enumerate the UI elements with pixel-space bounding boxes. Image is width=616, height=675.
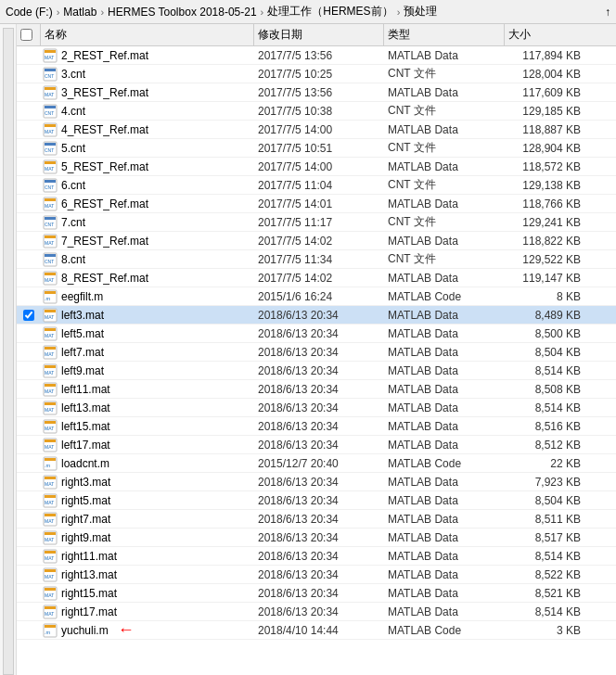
table-row[interactable]: MAT left17.mat 2018/6/13 20:34 MATLAB Da… — [17, 436, 616, 454]
row-checkbox[interactable] — [23, 310, 34, 321]
breadcrumb-hermes[interactable]: HERMES Toolbox 2018-05-21 — [108, 6, 257, 19]
table-row[interactable]: MAT left11.mat 2018/6/13 20:34 MATLAB Da… — [17, 380, 616, 399]
file-size: 8,522 KB — [505, 568, 588, 581]
breadcrumb-code[interactable]: Code (F:) — [6, 6, 53, 19]
file-name[interactable]: MAT left7.mat — [41, 345, 254, 360]
table-row[interactable]: MAT right5.mat 2018/6/13 20:34 MATLAB Da… — [17, 491, 616, 510]
file-name[interactable]: MAT 3_REST_Ref.mat — [41, 85, 254, 100]
file-name[interactable]: MAT right7.mat — [41, 512, 254, 527]
col-type[interactable]: 类型 — [384, 24, 505, 45]
col-size[interactable]: 大小 — [505, 24, 588, 45]
table-row[interactable]: .m loadcnt.m 2015/12/7 20:40 MATLAB Code… — [17, 454, 616, 473]
file-type: MATLAB Data — [384, 327, 505, 340]
table-row[interactable]: MAT 3_REST_Ref.mat 2017/7/5 13:56 MATLAB… — [17, 83, 616, 102]
table-row[interactable]: MAT 8_REST_Ref.mat 2017/7/5 14:02 MATLAB… — [17, 269, 616, 287]
file-name[interactable]: MAT left9.mat — [41, 363, 254, 378]
file-name[interactable]: MAT right11.mat — [41, 549, 254, 564]
table-row[interactable]: MAT 4_REST_Ref.mat 2017/7/5 14:00 MATLAB… — [17, 121, 616, 139]
file-name[interactable]: MAT right13.mat — [41, 567, 254, 582]
file-name[interactable]: MAT right9.mat — [41, 530, 254, 545]
file-name[interactable]: MAT left11.mat — [41, 382, 254, 397]
file-type: MATLAB Data — [384, 160, 505, 173]
breadcrumb-matlab[interactable]: Matlab — [63, 6, 96, 19]
file-rows[interactable]: MAT 2_REST_Ref.mat 2017/7/5 13:56 MATLAB… — [17, 46, 616, 675]
svg-rect-49 — [45, 347, 56, 350]
file-name[interactable]: .m yuchuli.m← — [41, 620, 254, 640]
file-name[interactable]: CNT 7.cnt — [41, 215, 254, 230]
table-row[interactable]: MAT 6_REST_Ref.mat 2017/7/5 14:01 MATLAB… — [17, 195, 616, 213]
file-size: 118,822 KB — [505, 235, 588, 248]
table-row[interactable]: CNT 5.cnt 2017/7/5 10:51 CNT 文件 128,904 … — [17, 139, 616, 158]
file-type: CNT 文件 — [384, 214, 505, 230]
file-name[interactable]: MAT left17.mat — [41, 438, 254, 452]
file-type: MATLAB Data — [384, 401, 505, 414]
col-date[interactable]: 修改日期 — [254, 24, 384, 45]
file-name[interactable]: CNT 6.cnt — [41, 178, 254, 193]
file-name[interactable]: MAT right3.mat — [41, 475, 254, 490]
table-row[interactable]: MAT left9.mat 2018/6/13 20:34 MATLAB Dat… — [17, 362, 616, 380]
mat-icon: MAT — [43, 475, 58, 490]
file-name[interactable]: MAT left3.mat — [41, 308, 254, 323]
table-row[interactable]: CNT 4.cnt 2017/7/5 10:38 CNT 文件 129,185 … — [17, 102, 616, 121]
file-name-text: left17.mat — [61, 439, 110, 452]
breadcrumb-process[interactable]: 处理工作（HERMES前） — [267, 4, 392, 19]
file-name[interactable]: CNT 4.cnt — [41, 104, 254, 119]
table-row[interactable]: MAT right15.mat 2018/6/13 20:34 MATLAB D… — [17, 584, 616, 603]
file-size: 8,514 KB — [505, 364, 588, 377]
file-name[interactable]: MAT left15.mat — [41, 419, 254, 434]
file-name[interactable]: CNT 8.cnt — [41, 252, 254, 267]
table-row[interactable]: CNT 8.cnt 2017/7/5 11:34 CNT 文件 129,522 … — [17, 250, 616, 269]
file-name[interactable]: MAT 5_REST_Ref.mat — [41, 159, 254, 174]
svg-text:.m: .m — [45, 296, 51, 301]
file-name[interactable]: .m loadcnt.m — [41, 456, 254, 471]
file-name[interactable]: MAT right5.mat — [41, 493, 254, 508]
mat-icon: MAT — [43, 345, 58, 360]
svg-text:MAT: MAT — [45, 314, 54, 320]
table-row[interactable]: MAT right13.mat 2018/6/13 20:34 MATLAB D… — [17, 566, 616, 584]
table-row[interactable]: MAT right9.mat 2018/6/13 20:34 MATLAB Da… — [17, 529, 616, 547]
file-name[interactable]: CNT 3.cnt — [41, 67, 254, 82]
file-date: 2018/6/13 20:34 — [254, 327, 384, 340]
file-name[interactable]: MAT left13.mat — [41, 401, 254, 415]
table-row[interactable]: MAT left7.mat 2018/6/13 20:34 MATLAB Dat… — [17, 343, 616, 362]
file-name[interactable]: CNT 5.cnt — [41, 141, 254, 156]
table-row[interactable]: MAT 2_REST_Ref.mat 2017/7/5 13:56 MATLAB… — [17, 46, 616, 65]
file-name-text: 4.cnt — [61, 105, 85, 118]
table-row[interactable]: MAT right11.mat 2018/6/13 20:34 MATLAB D… — [17, 547, 616, 566]
table-row[interactable]: MAT left13.mat 2018/6/13 20:34 MATLAB Da… — [17, 399, 616, 417]
file-name[interactable]: MAT 2_REST_Ref.mat — [41, 48, 254, 63]
table-row[interactable]: .m eegfilt.m 2015/1/6 16:24 MATLAB Code … — [17, 287, 616, 306]
file-name[interactable]: MAT 8_REST_Ref.mat — [41, 271, 254, 286]
table-row[interactable]: MAT 7_REST_Ref.mat 2017/7/5 14:02 MATLAB… — [17, 232, 616, 250]
table-row[interactable]: MAT left15.mat 2018/6/13 20:34 MATLAB Da… — [17, 417, 616, 436]
table-row[interactable]: CNT 6.cnt 2017/7/5 11:04 CNT 文件 129,138 … — [17, 176, 616, 195]
col-name[interactable]: 名称 — [41, 24, 254, 45]
file-name[interactable]: MAT 6_REST_Ref.mat — [41, 197, 254, 211]
file-date: 2018/6/13 20:34 — [254, 605, 384, 618]
svg-text:.m: .m — [45, 630, 51, 635]
svg-rect-1 — [45, 50, 56, 53]
sidebar-scrollbar[interactable] — [3, 28, 14, 675]
file-size: 22 KB — [505, 457, 588, 470]
file-name[interactable]: .m eegfilt.m — [41, 289, 254, 304]
mat-icon: MAT — [43, 530, 58, 545]
table-row[interactable]: MAT left5.mat 2018/6/13 20:34 MATLAB Dat… — [17, 325, 616, 343]
table-row[interactable]: CNT 7.cnt 2017/7/5 11:17 CNT 文件 129,241 … — [17, 213, 616, 232]
select-all-checkbox[interactable] — [20, 29, 32, 41]
file-name[interactable]: MAT right15.mat — [41, 586, 254, 601]
file-name[interactable]: MAT right17.mat — [41, 605, 254, 619]
file-name[interactable]: MAT 7_REST_Ref.mat — [41, 234, 254, 248]
table-row[interactable]: MAT right17.mat 2018/6/13 20:34 MATLAB D… — [17, 603, 616, 621]
file-type: MATLAB Data — [384, 439, 505, 452]
file-name[interactable]: MAT left5.mat — [41, 326, 254, 341]
table-row[interactable]: MAT left3.mat 2018/6/13 20:34 MATLAB Dat… — [17, 306, 616, 325]
table-row[interactable]: MAT right3.mat 2018/6/13 20:34 MATLAB Da… — [17, 473, 616, 491]
table-row[interactable]: .m yuchuli.m← 2018/4/10 14:44 MATLAB Cod… — [17, 621, 616, 640]
table-row[interactable]: MAT 5_REST_Ref.mat 2017/7/5 14:00 MATLAB… — [17, 158, 616, 176]
mat-icon: MAT — [43, 401, 58, 415]
table-row[interactable]: MAT right7.mat 2018/6/13 20:34 MATLAB Da… — [17, 510, 616, 529]
file-size: 8,517 KB — [505, 531, 588, 544]
file-name[interactable]: MAT 4_REST_Ref.mat — [41, 122, 254, 137]
breadcrumb-preprocess[interactable]: 预处理 — [404, 4, 437, 19]
table-row[interactable]: CNT 3.cnt 2017/7/5 10:25 CNT 文件 128,004 … — [17, 65, 616, 83]
